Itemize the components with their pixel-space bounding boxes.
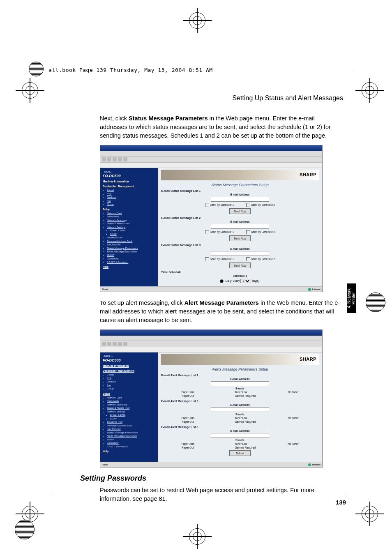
sched2-label: Send by Schedule 2 [251,203,275,206]
sidebar-item[interactable]: Group [107,203,155,206]
sidebar: - MENU - FO-DC500 Machine Information De… [100,352,158,462]
sidebar-item[interactable]: F.A.S.T. Information [107,261,155,264]
sidebar-item[interactable]: SNMP [107,254,155,257]
sidebar-item[interactable]: Network Scanning [107,219,155,222]
sidebar-machine-info[interactable]: Machine Information [103,364,155,368]
sched2-checkbox[interactable] [246,203,250,207]
sidebar-item[interactable]: Status & Alert E-mail [107,222,155,226]
paragraph-1: Next, click Status Message Parameters in… [100,114,343,140]
globe-icon [308,288,311,291]
submit-button[interactable]: Submit [229,450,251,456]
sidebar-item[interactable]: Alerts Message Parameters [107,435,155,438]
refresh-icon [118,342,122,346]
home-icon [123,342,127,346]
daily-label: Daily: Every [226,279,240,282]
sidebar-item[interactable]: Sender E-mail [107,236,155,240]
address-bar [100,163,322,168]
events-label: Events [161,387,319,390]
sidebar-item[interactable]: E-mail & DNS [110,414,155,417]
sidebar-item[interactable]: Desktop [107,380,155,384]
sidebar-help[interactable]: Help [103,450,155,453]
sched2-checkbox[interactable] [246,230,250,234]
sidebar-item[interactable]: Countdown [107,257,155,260]
sched2-checkbox[interactable] [246,257,250,261]
menubar [100,336,322,341]
time-schedule-label: Time Schedule [161,271,319,274]
send-now-button[interactable]: Send Now [229,208,251,214]
sidebar-item[interactable]: Network Scanning [107,403,155,407]
sidebar-item[interactable]: Status Message Parameters [107,247,155,250]
sidebar-item[interactable]: Network Card [107,212,155,215]
paragraph-3: Passwords can be set to restrict Web pag… [100,486,343,503]
sidebar-item[interactable]: E-mail [107,373,155,377]
registration-mark [189,528,205,545]
sidebar-item[interactable]: Network Card [107,396,155,400]
paper-jam-label: Paper Jam [181,442,194,445]
alert-email-1[interactable] [211,381,269,386]
sidebar-item[interactable]: Status Message Parameters [107,431,155,435]
sidebar-item[interactable]: FTP [107,193,155,196]
sidebar-item[interactable]: LDAP [110,417,155,421]
sidebar-item[interactable]: Fax Transfer [107,428,155,431]
list2-label: E-mail Status Message List 2 [161,216,319,219]
no-toner-label: No Toner [288,391,298,394]
sidebar-item[interactable]: Personal Address Book [107,240,155,243]
menu-label: - MENU - [103,355,155,358]
sidebar-help[interactable]: Help [103,265,155,269]
sidebar-item[interactable]: Fax [107,384,155,387]
daily-radio[interactable] [220,279,224,283]
addr-label: E-mail Address [161,378,319,380]
sidebar-item[interactable]: Countdown [107,442,155,445]
sidebar-dest-mgmt[interactable]: Destination Management [103,185,155,188]
alert-email-3[interactable] [211,433,269,438]
banner: SHARP [161,354,319,365]
sched1-checkbox[interactable] [205,257,209,261]
send-now-button[interactable]: Send Now [229,235,251,241]
sidebar-item[interactable]: Fax [107,200,155,203]
service-req-label: Service Required [235,394,256,397]
back-icon [102,342,106,346]
ornament-icon [15,520,35,539]
sidebar-item[interactable]: Personal Address Book [107,424,155,428]
sched1-label: Send by Schedule 1 [210,230,234,233]
status-internet: Internet [312,463,321,466]
sidebar-item[interactable]: Alerts Message Parameters [107,250,155,253]
forward-icon [107,157,111,161]
sidebar-item[interactable]: SNMP [107,438,155,442]
sidebar-item[interactable]: Passwords [107,400,155,403]
sharp-logo: SHARP [300,172,316,177]
email-input-3[interactable] [211,251,269,256]
sidebar-setup[interactable]: Setup [103,392,155,396]
banner: SHARP [161,170,319,180]
alert-email-2[interactable] [211,407,269,412]
window-titlebar [100,145,322,151]
days-select[interactable]: 1 [240,279,251,283]
sidebar-item[interactable]: FTP [107,377,155,380]
email-input-2[interactable] [211,224,269,229]
send-now-button[interactable]: Send Now [229,263,251,268]
address-bar [100,347,322,352]
sidebar-setup[interactable]: Setup [103,208,155,211]
paper-out-label: Paper Out [182,446,194,449]
sidebar-item[interactable]: Group [107,387,155,391]
sidebar-item[interactable]: Passwords [107,215,155,219]
sidebar-item[interactable]: LDAP [110,233,155,236]
ornament-icon [366,292,385,312]
sidebar-item[interactable]: Status & Alert E-mail [107,407,155,410]
sidebar-item[interactable]: Sender E-mail [107,421,155,424]
email-input-1[interactable] [211,197,269,202]
sched1-checkbox[interactable] [205,230,209,234]
sidebar-item[interactable]: Network Settings [107,226,155,229]
page-heading: Status Message Parameters Setup [161,183,319,187]
sidebar-item[interactable]: Fax Transfer [107,243,155,246]
sidebar-machine-info[interactable]: Machine Information [103,180,155,183]
sidebar-item[interactable]: E-mail & DNS [110,229,155,233]
sched1-label: Send by Schedule 1 [210,258,234,260]
sidebar-dest-mgmt[interactable]: Destination Management [103,369,155,373]
sidebar-item[interactable]: F.A.S.T. Information [107,445,155,449]
sidebar-item[interactable]: Network Settings [107,410,155,414]
sidebar-item[interactable]: Desktop [107,196,155,199]
sched1-checkbox[interactable] [205,203,209,207]
no-toner-label: No Toner [288,417,298,419]
sidebar-item[interactable]: E-mail [107,189,155,192]
